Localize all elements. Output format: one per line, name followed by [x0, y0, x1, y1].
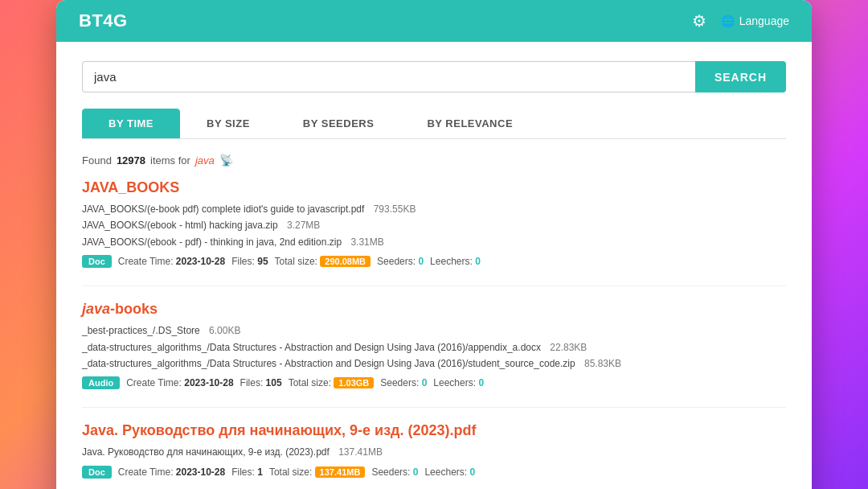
result-title[interactable]: Java. Руководство для начинающих, 9-е из…: [82, 422, 786, 439]
tab-by-time[interactable]: BY TIME: [82, 109, 180, 138]
result-files: Java. Руководство для начинающих, 9-е из…: [82, 444, 786, 460]
header-right: ⚙ 🌐 Language: [692, 11, 789, 31]
file-row: JAVA_BOOKS/(e-book pdf) complete idiot's…: [82, 201, 786, 217]
type-tag: Audio: [82, 376, 120, 389]
title-rest-part: -books: [110, 301, 158, 317]
file-row: _data-structures_algorithms_/Data Struct…: [82, 355, 786, 372]
search-input[interactable]: [82, 61, 695, 92]
result-item: java-books _best-practices_/.DS_Store 6.…: [82, 301, 786, 389]
type-tag: Doc: [82, 255, 112, 268]
settings-icon[interactable]: ⚙: [692, 11, 706, 31]
tab-by-relevance[interactable]: BY RELEVANCE: [400, 109, 539, 138]
file-row: Java. Руководство для начинающих, 9-е из…: [82, 444, 786, 460]
result-title[interactable]: JAVA_BOOKS: [82, 179, 786, 196]
result-files: JAVA_BOOKS/(e-book pdf) complete idiot's…: [82, 201, 786, 250]
search-bar: SEARCH: [82, 61, 786, 92]
title-rest-part: _BOOKS: [118, 179, 179, 195]
tab-by-seeders[interactable]: BY SEEDERS: [276, 109, 401, 138]
globe-icon: 🌐: [721, 14, 735, 27]
result-meta: Doc Create Time: 2023-10-28 Files: 95 To…: [82, 255, 786, 268]
app-logo: BT4G: [79, 10, 128, 31]
title-java-part: Java: [82, 422, 114, 438]
file-row: JAVA_BOOKS/(ebook - pdf) - thinking in j…: [82, 234, 786, 250]
main-content: SEARCH BY TIME BY SIZE BY SEEDERS BY REL…: [56, 42, 812, 489]
title-rest-part: . Руководство для начинающих, 9-е изд. (…: [114, 422, 477, 438]
file-row: _best-practices_/.DS_Store 6.00KB: [82, 323, 786, 339]
app-header: BT4G ⚙ 🌐 Language: [56, 0, 812, 42]
rss-icon[interactable]: 📡: [219, 154, 233, 166]
type-tag: Doc: [82, 466, 112, 479]
result-meta: Audio Create Time: 2023-10-28 Files: 105…: [82, 376, 786, 389]
result-meta: Doc Create Time: 2023-10-28 Files: 1 Tot…: [82, 466, 786, 479]
sort-tabs: BY TIME BY SIZE BY SEEDERS BY RELEVANCE: [82, 109, 786, 139]
result-item: Java. Руководство для начинающих, 9-е из…: [82, 422, 786, 478]
result-title[interactable]: java-books: [82, 301, 786, 318]
language-selector[interactable]: 🌐 Language: [721, 14, 789, 27]
file-row: JAVA_BOOKS/(ebook - html) hacking java.z…: [82, 217, 786, 233]
result-item: JAVA_BOOKS JAVA_BOOKS/(e-book pdf) compl…: [82, 179, 786, 268]
result-files: _best-practices_/.DS_Store 6.00KB _data-…: [82, 323, 786, 372]
file-row: _data-structures_algorithms_/Data Struct…: [82, 339, 786, 355]
title-java-part: java: [82, 301, 110, 317]
tab-by-size[interactable]: BY SIZE: [180, 109, 276, 138]
results-count: Found 12978 items for java 📡: [82, 154, 786, 166]
search-button[interactable]: SEARCH: [695, 61, 786, 92]
title-java-part: JAVA: [82, 179, 118, 195]
